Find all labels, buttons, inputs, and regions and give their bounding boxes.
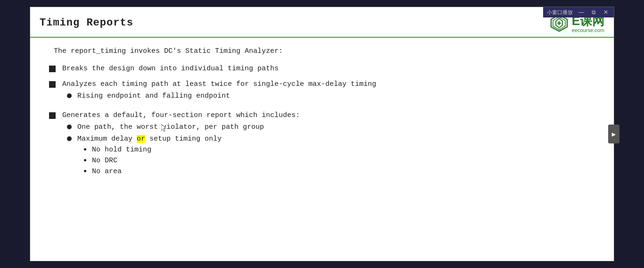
slide-title: Timing Reports bbox=[40, 17, 133, 29]
sub-bullet-list-3: One path, the worst violator, per path g… bbox=[67, 123, 600, 178]
square-bullet-icon bbox=[49, 66, 56, 72]
side-scroll-control[interactable]: ▶ bbox=[608, 125, 619, 143]
dot-bullet-icon-2 bbox=[84, 159, 86, 161]
slide-title-bar: Timing Reports E课网 eecourse.com bbox=[30, 7, 614, 38]
sub-bullet-item-3-2: Maximum delay or setup timing only No ho… bbox=[67, 135, 600, 178]
sub-bullet-text-3-1: One path, the worst violator, per path g… bbox=[77, 123, 264, 131]
intro-text: The report_timing invokes DC's Static Ti… bbox=[54, 47, 600, 55]
sub-bullet-item-2-1: Rising endpoint and falling endpoint bbox=[67, 92, 600, 100]
slide-content: The report_timing invokes DC's Static Ti… bbox=[30, 38, 614, 199]
bullet-text-3: Generates a default, four-section report… bbox=[62, 111, 600, 182]
bullet-item-1: Breaks the design down into individual t… bbox=[49, 65, 600, 73]
dot-bullet-icon-1 bbox=[84, 148, 86, 151]
sub-bullet-text-2-1: Rising endpoint and falling endpoint bbox=[77, 92, 230, 100]
bullet-text-1: Breaks the design down into individual t… bbox=[62, 65, 600, 73]
bullet-item-2: Analyzes each timing path at least twice… bbox=[49, 80, 600, 104]
sub-bullet-item-3-1: One path, the worst violator, per path g… bbox=[67, 123, 600, 131]
circle-bullet-icon-3-2 bbox=[67, 136, 72, 141]
circle-bullet-icon-3-1 bbox=[67, 125, 72, 129]
square-bullet-icon-2 bbox=[49, 81, 56, 88]
main-window: 小窗口播放 — ⧉ ✕ Timing Reports E课网 eecourse.… bbox=[30, 7, 614, 261]
dot-bullet-icon-3 bbox=[84, 170, 86, 172]
sub-bullet-text-3-2: Maximum delay or setup timing only No ho… bbox=[77, 135, 222, 178]
bullet-list: Breaks the design down into individual t… bbox=[49, 65, 600, 182]
sub-sub-bullet-text-1: No hold timing bbox=[92, 146, 151, 154]
minimize-button[interactable]: — bbox=[577, 8, 586, 16]
sub-sub-bullet-item-1: No hold timing bbox=[84, 146, 222, 154]
sub-bullet-list-2: Rising endpoint and falling endpoint bbox=[67, 92, 600, 100]
sub-sub-bullet-text-3: No area bbox=[92, 168, 122, 176]
sub-sub-bullet-text-2: No DRC bbox=[92, 157, 117, 165]
sub-sub-bullet-item-3: No area bbox=[84, 168, 222, 176]
close-button[interactable]: ✕ bbox=[602, 8, 610, 16]
bullet-text-2: Analyzes each timing path at least twice… bbox=[62, 80, 600, 104]
side-control-icon: ▶ bbox=[612, 130, 616, 138]
sub-sub-bullet-item-2: No DRC bbox=[84, 157, 222, 165]
bullet-item-3: Generates a default, four-section report… bbox=[49, 111, 600, 182]
circle-bullet-icon bbox=[67, 93, 72, 98]
or-highlight: or bbox=[137, 135, 145, 143]
restore-button[interactable]: ⧉ bbox=[590, 8, 598, 16]
sub-sub-bullet-list: No hold timing No DRC No area bbox=[84, 146, 222, 176]
mini-titlebar: 小窗口播放 — ⧉ ✕ bbox=[543, 7, 614, 17]
mini-title-label: 小窗口播放 bbox=[547, 9, 573, 16]
logo-subtitle: eecourse.com bbox=[572, 27, 604, 33]
square-bullet-icon-3 bbox=[49, 112, 56, 119]
